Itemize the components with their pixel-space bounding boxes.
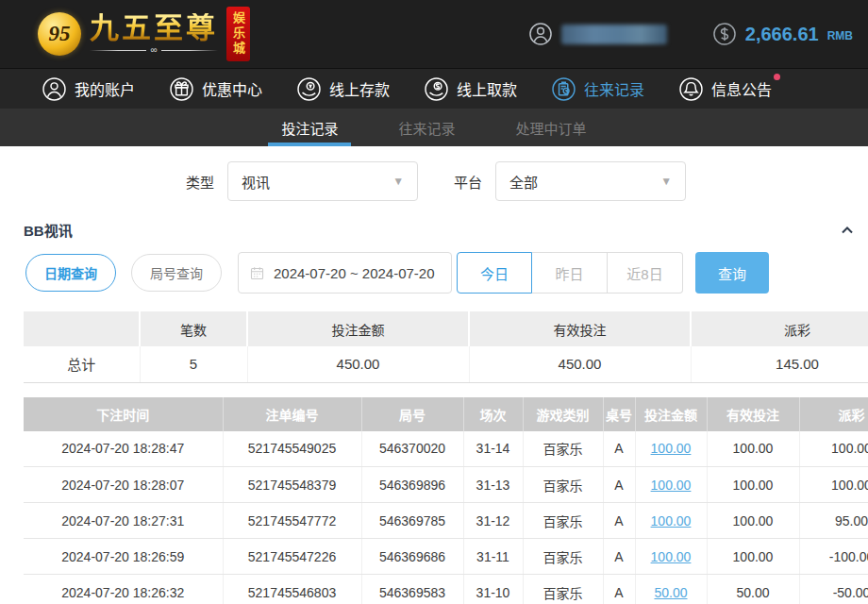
summary-table: 笔数投注金额有效投注派彩总计5450.00450.00145.00	[24, 311, 868, 383]
balance[interactable]: 2,666.61 RMB	[712, 22, 853, 46]
brand-logo[interactable]: 95 九五至尊 ∞ 娱乐城	[38, 7, 250, 61]
quick-range-today[interactable]: 今日	[457, 252, 532, 294]
calendar-icon	[249, 265, 265, 281]
nav-item-transaction-records[interactable]: 往来记录	[551, 76, 650, 102]
quick-range-group: 今日昨日近8日	[457, 252, 683, 294]
table-row: 2024-07-20 18:26:59521745547226546369686…	[24, 539, 868, 575]
table-cell: 2024-07-20 18:26:59	[24, 539, 223, 575]
bet-amount-link[interactable]: 100.00	[651, 441, 692, 456]
table-cell: 100.00	[707, 503, 799, 539]
header-right: 2,666.61 RMB	[528, 22, 853, 46]
column-header: 有效投注	[707, 397, 799, 431]
column-header: 笔数	[140, 311, 247, 346]
tab-betting-records[interactable]: 投注记录	[268, 109, 351, 146]
table-cell: 546370020	[361, 431, 463, 467]
nav-item-online-withdraw[interactable]: 线上取款	[424, 76, 523, 102]
balance-amount: 2,666.61	[745, 24, 819, 45]
column-header: 派彩	[799, 397, 868, 431]
dollar-icon	[712, 22, 737, 46]
withdraw-icon	[424, 76, 449, 102]
table-cell: 450.00	[469, 346, 691, 382]
bell-icon	[678, 76, 704, 102]
user-icon	[528, 22, 553, 46]
table-cell: 521745548379	[223, 467, 361, 503]
table-cell: 100.00	[707, 431, 799, 467]
table-cell: 145.00	[691, 346, 868, 382]
bet-amount-link[interactable]: 100.00	[651, 478, 692, 493]
detail-table-wrap: 下注时间注单编号局号场次游戏类别桌号投注金额有效投注派彩2024-07-20 1…	[24, 383, 868, 604]
search-button[interactable]: 查询	[695, 252, 769, 294]
logo-monogram-text: 95	[49, 22, 71, 46]
records-icon	[551, 76, 576, 102]
tab-pending-orders[interactable]: 处理中订单	[503, 109, 600, 146]
brand-name: 九五至尊	[90, 13, 218, 44]
collapse-chevron-up-icon[interactable]	[838, 221, 857, 240]
chevron-down-icon: ▼	[660, 175, 672, 188]
logo-monogram-icon: 95	[38, 12, 81, 56]
table-cell: 100.00	[635, 539, 707, 575]
column-header: 投注金额	[635, 397, 707, 431]
table-cell: -50.00	[799, 575, 868, 604]
column-header	[24, 311, 140, 346]
column-header: 游戏类别	[523, 397, 603, 431]
table-cell: 百家乐	[523, 503, 603, 539]
nav-item-label: 线上存款	[329, 77, 390, 100]
bet-amount-link[interactable]: 100.00	[651, 549, 692, 564]
nav-item-label: 我的账户	[75, 77, 135, 100]
date-query-button[interactable]: 日期查询	[25, 254, 116, 292]
table-row: 2024-07-20 18:26:32521745546803546369583…	[24, 575, 868, 604]
table-cell: 100.00	[707, 467, 799, 503]
table-cell: 546369896	[361, 467, 463, 503]
table-cell: 100.00	[635, 467, 707, 503]
nav-item-announcements[interactable]: 信息公告	[678, 76, 777, 102]
table-cell: 521745547226	[223, 539, 361, 575]
user-account[interactable]	[528, 22, 667, 46]
table-cell: 100.00	[799, 467, 868, 503]
date-range-input[interactable]: 2024-07-20 ~ 2024-07-20	[238, 252, 452, 294]
table-cell: 2024-07-20 18:27:31	[24, 503, 223, 539]
main-nav: 我的账户优惠中心线上存款线上取款往来记录信息公告	[0, 68, 868, 109]
platform-filter-group: 平台 全部 ▼	[454, 161, 686, 201]
type-select-value: 视讯	[242, 172, 270, 192]
table-cell: 100.00	[635, 503, 707, 539]
table-cell: 5	[140, 346, 247, 382]
balance-currency: RMB	[827, 29, 853, 42]
table-cell: 50.00	[707, 575, 799, 604]
username-redacted	[561, 25, 667, 44]
table-cell: 50.00	[635, 575, 707, 604]
tab-transaction-records[interactable]: 往来记录	[385, 109, 468, 146]
platform-select[interactable]: 全部 ▼	[495, 161, 686, 201]
table-cell: 450.00	[247, 346, 469, 382]
table-cell: 521745546803	[223, 575, 361, 604]
table-cell: A	[603, 575, 635, 604]
table-cell: -100.00	[799, 539, 868, 575]
table-cell: 546369583	[361, 575, 463, 604]
nav-item-my-account[interactable]: 我的账户	[42, 76, 141, 102]
notification-dot	[774, 74, 780, 80]
table-cell: A	[603, 539, 635, 575]
nav-item-promotions[interactable]: 优惠中心	[169, 76, 268, 102]
betting-records-page: { "header": { "logo": { "monogram": "95"…	[0, 0, 868, 604]
type-select[interactable]: 视讯 ▼	[227, 161, 418, 201]
table-cell: 95.00	[799, 503, 868, 539]
table-cell: 31-10	[463, 575, 523, 604]
table-row: 2024-07-20 18:28:07521745548379546369896…	[24, 467, 868, 503]
table-cell: A	[603, 503, 635, 539]
logo-text: 九五至尊 ∞	[90, 13, 218, 56]
bet-amount-link[interactable]: 100.00	[651, 513, 692, 528]
round-query-button[interactable]: 局号查询	[131, 254, 222, 292]
table-cell: 2024-07-20 18:28:47	[24, 431, 223, 467]
nav-item-online-deposit[interactable]: 线上存款	[296, 76, 395, 102]
table-cell: 100.00	[707, 539, 799, 575]
quick-range-last-8-days[interactable]: 近8日	[608, 252, 683, 294]
gift-icon	[169, 76, 194, 102]
table-cell: 100.00	[635, 431, 707, 467]
header-row: 笔数投注金额有效投注派彩	[24, 311, 868, 346]
column-header: 桌号	[603, 397, 635, 431]
table-cell: 总计	[24, 346, 140, 382]
detail-table: 下注时间注单编号局号场次游戏类别桌号投注金额有效投注派彩2024-07-20 1…	[24, 397, 868, 604]
platform-label: 平台	[454, 172, 482, 192]
bet-amount-link[interactable]: 50.00	[654, 585, 687, 600]
table-cell: 2024-07-20 18:26:32	[24, 575, 223, 604]
quick-range-yesterday[interactable]: 昨日	[532, 252, 608, 294]
